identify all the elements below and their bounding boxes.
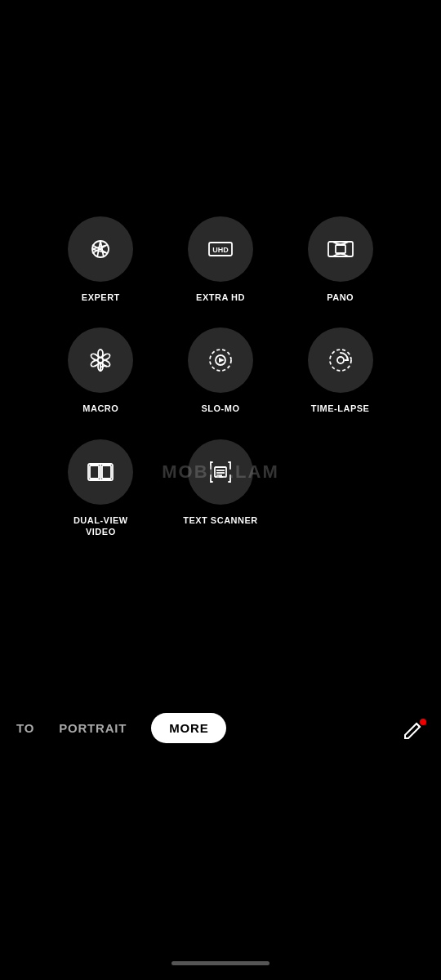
flower-icon [86,345,115,375]
dualview-icon [86,457,115,487]
svg-point-23 [337,357,344,363]
mode-circle-dual-view [68,439,133,505]
mode-label-slo-mo: SLO-MO [201,403,239,414]
svg-text:UHD: UHD [212,246,229,254]
mode-item-macro[interactable]: MACRO [49,327,153,414]
svg-rect-10 [336,245,345,253]
mode-label-macro: MACRO [82,403,118,414]
mode-item-pano[interactable]: PANO [288,216,392,303]
mode-item-time-lapse[interactable]: TIME-LAPSE [288,327,392,414]
mode-circle-expert [68,216,133,282]
home-indicator [172,961,270,965]
slow-icon [206,345,235,375]
mode-circle-text-scanner [188,439,253,505]
mode-circle-slo-mo [188,327,253,393]
tab-to[interactable]: TO [16,721,34,735]
textscanner-icon [206,457,235,487]
mode-circle-extra-hd: UHD [188,216,253,282]
mode-item-slo-mo[interactable]: SLO-MO [169,327,273,414]
mode-item-expert[interactable]: EXPERT [49,216,153,303]
mode-circle-macro [68,327,133,393]
tab-more[interactable]: MORE [151,713,226,743]
bottom-bar: TO PORTRAIT MORE [0,713,441,743]
modes-grid: EXPERT UHD EXTRA HD PANO [49,216,392,537]
mode-item-extra-hd[interactable]: UHD EXTRA HD [169,216,273,303]
mode-label-text-scanner: TEXT SCANNER [183,514,258,526]
edit-icon-wrap[interactable] [402,720,425,743]
uhd-icon: UHD [206,234,235,264]
mode-circle-pano [308,216,373,282]
svg-rect-27 [102,466,111,479]
aperture-icon [86,234,115,264]
mode-item-text-scanner[interactable]: TEXT SCANNER [169,439,273,538]
mode-label-expert: EXPERT [82,292,120,303]
tab-portrait[interactable]: PORTRAIT [59,721,127,735]
mode-label-extra-hd: EXTRA HD [196,292,245,303]
mode-label-time-lapse: TIME-LAPSE [311,403,370,414]
svg-rect-26 [90,466,99,479]
svg-marker-21 [219,358,225,363]
panorama-icon [326,234,355,264]
camera-screen: EXPERT UHD EXTRA HD PANO [0,0,441,980]
svg-line-32 [416,724,420,727]
notification-dot [420,719,426,725]
mode-item-dual-view[interactable]: DUAL-VIEWVIDEO [49,439,153,538]
mode-label-dual-view: DUAL-VIEWVIDEO [74,514,128,538]
mode-label-pano: PANO [327,292,354,303]
timelapse-icon [326,345,355,375]
mode-circle-time-lapse [308,327,373,393]
